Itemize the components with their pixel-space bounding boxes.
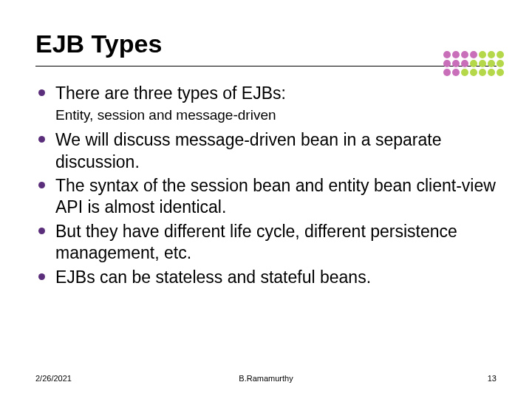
dot-icon [443,69,451,76]
list-item-text: But they have different life cycle, diff… [55,221,497,265]
list-item-text: There are three types of EJBs: [55,83,286,104]
list-item-sub: Entity, session and message-driven [55,106,497,125]
title-wrap: EJB Types [35,30,497,66]
bullet-icon [38,273,45,280]
list-item-text: We will discuss message-driven bean in a… [55,129,497,173]
bullet-icon [38,136,45,143]
footer: 2/26/2021 B.Ramamurthy 13 [35,374,497,383]
bullet-icon [38,182,45,188]
dot-icon [479,51,486,58]
dot-icon [479,69,486,76]
list-item: The syntax of the session bean and entit… [38,175,497,219]
dot-icon [470,60,477,67]
list-item: There are three types of EJBs: [38,83,497,104]
list-item: But they have different life cycle, diff… [38,221,497,265]
dot-icon [479,60,486,67]
dot-icon [452,60,460,67]
dot-icon [443,51,451,58]
dot-icon [488,69,495,76]
decorative-dots [443,51,504,76]
dot-icon [443,60,451,67]
dot-icon [488,60,495,67]
dot-icon [461,60,468,67]
list-item-text: EJBs can be stateless and stateful beans… [55,267,371,288]
dot-icon [461,69,468,76]
dot-icon [461,51,468,58]
dot-icon [497,69,504,76]
dot-icon [497,51,504,58]
list-item: We will discuss message-driven bean in a… [38,129,497,173]
list-item-text: The syntax of the session bean and entit… [55,175,497,219]
bullet-icon [38,89,45,96]
footer-author: B.Ramamurthy [239,374,293,383]
page-title: EJB Types [35,30,497,58]
dot-icon [470,51,477,58]
dot-icon [488,51,495,58]
footer-date: 2/26/2021 [35,374,72,383]
content-list: There are three types of EJBs: Entity, s… [35,83,497,288]
dot-icon [452,51,460,58]
slide: EJB Types There are three types of EJBs:… [0,0,532,399]
dot-icon [470,69,477,76]
list-item: EJBs can be stateless and stateful beans… [38,267,497,288]
bullet-icon [38,228,45,234]
dot-icon [452,69,460,76]
footer-page: 13 [488,374,497,383]
dot-icon [497,60,504,67]
